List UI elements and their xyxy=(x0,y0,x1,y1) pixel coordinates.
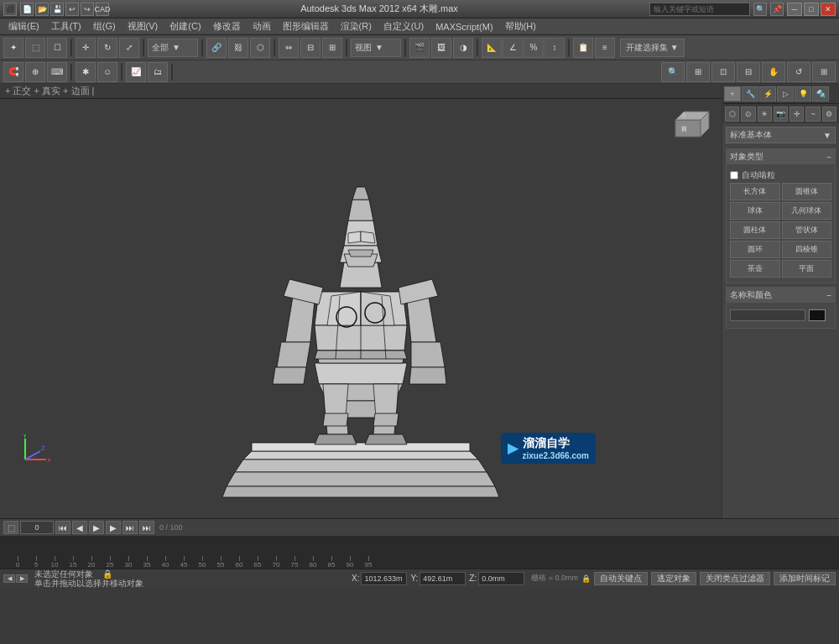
auto-key-btn[interactable]: 自动关键点 xyxy=(594,572,648,585)
rotate-btn[interactable]: ↻ xyxy=(97,38,117,58)
menu-edit[interactable]: 编辑(E) xyxy=(3,18,44,34)
panel-tab-create[interactable]: + xyxy=(724,86,741,101)
panel-tab-motion[interactable]: ▷ xyxy=(777,86,794,101)
bind-space-btn[interactable]: ⬡ xyxy=(250,38,270,58)
undo-btn[interactable]: ↩ xyxy=(65,3,79,16)
auto-smooth-checkbox[interactable] xyxy=(730,171,738,179)
bone-btn[interactable]: ✱ xyxy=(76,62,96,82)
cylinder-btn[interactable]: 圆柱体 xyxy=(730,221,780,239)
select-region-btn[interactable]: ⬚ xyxy=(25,38,45,58)
x-value[interactable]: 1012.633m xyxy=(361,572,407,585)
unlink-btn[interactable]: ⛓ xyxy=(228,38,248,58)
activeshade-btn[interactable]: ◑ xyxy=(453,38,473,58)
link-btn[interactable]: 🔗 xyxy=(206,38,227,58)
geosphere-btn[interactable]: 几何球体 xyxy=(782,202,832,220)
window-crossing-btn[interactable]: ☐ xyxy=(47,38,67,58)
angle-snap-btn[interactable]: ∠ xyxy=(503,38,523,58)
menu-render[interactable]: 渲染(R) xyxy=(336,18,377,34)
subpanel-systems[interactable]: ⚙ xyxy=(822,106,836,122)
array-btn[interactable]: ⊞ xyxy=(322,38,342,58)
minimize-btn[interactable]: ─ xyxy=(787,3,802,16)
menu-custom[interactable]: 自定义(U) xyxy=(378,18,429,34)
z-value[interactable]: 0.0mm xyxy=(478,572,524,585)
subpanel-helpers[interactable]: ✛ xyxy=(789,106,804,122)
menu-tools[interactable]: 工具(T) xyxy=(46,18,86,34)
new-btn[interactable]: 📄 xyxy=(20,3,34,16)
render-setup-btn[interactable]: 🎬 xyxy=(409,38,430,58)
torus-btn[interactable]: 圆环 xyxy=(730,241,780,258)
pin-icon[interactable]: 📌 xyxy=(770,3,784,16)
open-btn[interactable]: 📂 xyxy=(35,3,49,16)
close-filter-btn[interactable]: 关闭类点过滤器 xyxy=(700,572,770,585)
char-btn[interactable]: ☺ xyxy=(97,62,117,82)
viewport[interactable]: 前 上 X Y Z ▶ xyxy=(0,99,722,518)
scale-btn[interactable]: ⤢ xyxy=(119,38,139,58)
snap-toggle-btn[interactable]: 📐 xyxy=(482,38,502,58)
menu-modifier[interactable]: 修改器 xyxy=(208,18,246,34)
cone-btn[interactable]: 圆锥体 xyxy=(782,183,832,200)
search-input[interactable] xyxy=(649,3,750,16)
menu-animation[interactable]: 动画 xyxy=(248,18,276,34)
panel-tab-modify[interactable]: 🔧 xyxy=(742,86,758,101)
schematic-view-btn[interactable]: 🗂 xyxy=(148,62,168,82)
save-btn[interactable]: 💾 xyxy=(50,3,64,16)
subpanel-spacewarp[interactable]: ~ xyxy=(805,106,820,122)
cad-btn[interactable]: CAD xyxy=(96,3,109,16)
menu-graph-editor[interactable]: 图形编辑器 xyxy=(278,18,334,34)
mini-btn-2[interactable]: ▶ xyxy=(16,574,28,583)
object-name-input[interactable] xyxy=(730,309,805,321)
sphere-btn[interactable]: 球体 xyxy=(730,202,780,220)
render-btn[interactable]: 🖼 xyxy=(431,38,451,58)
magnet-btn[interactable]: 🧲 xyxy=(3,62,23,82)
subpanel-lights[interactable]: ☀ xyxy=(758,106,772,122)
mirror-btn[interactable]: ⇔ xyxy=(279,38,299,58)
teapot-btn[interactable]: 茶壶 xyxy=(730,260,780,278)
timeline-track[interactable]: 0 5 10 15 20 25 30 35 40 45 50 55 60 65 … xyxy=(0,536,839,569)
maximize-btn[interactable]: □ xyxy=(804,3,819,16)
layer-mgr-btn[interactable]: 📋 xyxy=(573,38,593,58)
navigation-cube[interactable]: 前 上 xyxy=(671,107,713,149)
select-move-btn[interactable]: ✛ xyxy=(76,38,96,58)
panel-tab-display[interactable]: 💡 xyxy=(795,86,811,101)
color-swatch[interactable] xyxy=(809,309,826,321)
constraint-btn[interactable]: ⊕ xyxy=(25,62,45,82)
last-frame-btn[interactable]: ⏭ xyxy=(139,521,154,534)
menu-view[interactable]: 视图(V) xyxy=(122,18,164,34)
search-icon[interactable]: 🔍 xyxy=(753,3,767,16)
zoom-extents-all-btn[interactable]: ⊟ xyxy=(737,62,760,82)
box-btn[interactable]: 长方体 xyxy=(730,183,780,200)
prev-frame-btn[interactable]: ⏮ xyxy=(55,521,70,534)
prev-key-btn[interactable]: ◀ xyxy=(72,521,87,534)
redo-btn[interactable]: ↪ xyxy=(81,3,94,16)
close-btn[interactable]: ✕ xyxy=(821,3,836,16)
plane-btn[interactable]: 平面 xyxy=(782,260,832,278)
ribbon-btn[interactable]: ≡ xyxy=(595,38,615,58)
panel-tab-hierarchy[interactable]: ⚡ xyxy=(759,86,776,101)
next-key-btn[interactable]: ▶ xyxy=(106,521,121,534)
object-type-dropdown[interactable]: 标准基本体 ▼ xyxy=(726,127,836,143)
panel-tab-utilities[interactable]: 🔩 xyxy=(812,86,829,101)
add-key-btn[interactable]: 添加时间标记 xyxy=(774,572,836,585)
pyramid-btn[interactable]: 四棱锥 xyxy=(782,241,832,258)
construct-presets-btn[interactable]: 开建选择集 ▼ xyxy=(620,39,685,57)
zoom-all-btn[interactable]: ⊞ xyxy=(686,62,710,82)
named-select-dropdown[interactable]: 视图 ▼ xyxy=(351,39,401,57)
menu-maxscript[interactable]: MAXScript(M) xyxy=(430,20,498,34)
subpanel-shapes[interactable]: ⊙ xyxy=(741,106,755,122)
name-color-header[interactable]: 名称和颜色 − xyxy=(727,288,835,303)
percent-snap-btn[interactable]: % xyxy=(524,38,544,58)
frame-display[interactable] xyxy=(20,521,54,534)
tube-btn[interactable]: 管状体 xyxy=(782,221,832,239)
zoom-extents-btn[interactable]: ⊡ xyxy=(711,62,735,82)
arc-rotate-btn[interactable]: ↺ xyxy=(787,62,810,82)
curve-editor-btn[interactable]: 📈 xyxy=(126,62,146,82)
menu-create[interactable]: 创建(C) xyxy=(164,18,206,34)
select-btn[interactable]: ✦ xyxy=(3,38,23,58)
subpanel-cameras[interactable]: 📷 xyxy=(774,106,788,122)
next-frame-btn[interactable]: ⏭ xyxy=(122,521,138,534)
align-btn[interactable]: ⊟ xyxy=(300,38,320,58)
select-filter-btn[interactable]: 逃定对象 xyxy=(651,572,696,585)
spinner-snap-btn[interactable]: ↕ xyxy=(545,38,565,58)
menu-group[interactable]: 组(G) xyxy=(88,18,121,34)
keyframe-mode-btn[interactable]: ⬚ xyxy=(3,521,18,534)
